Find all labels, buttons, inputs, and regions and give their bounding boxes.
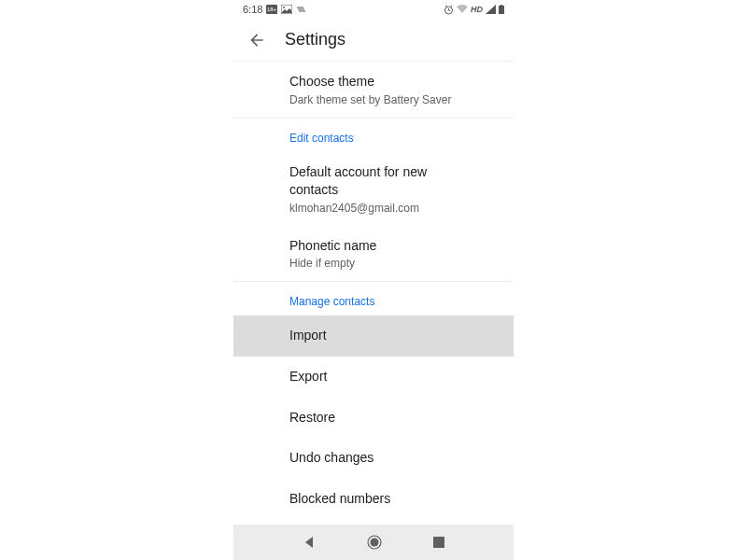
status-time: 6:18 bbox=[243, 4, 262, 15]
notification-icon-2 bbox=[296, 5, 307, 14]
phone-screen: 6:18 18+ HD bbox=[233, 0, 514, 560]
svg-rect-6 bbox=[500, 5, 502, 6]
item-title: Import bbox=[289, 327, 458, 345]
restore-item[interactable]: Restore bbox=[233, 398, 514, 439]
hd-indicator: HD bbox=[471, 5, 483, 14]
status-bar: 6:18 18+ HD bbox=[233, 0, 514, 19]
signal-icon bbox=[486, 5, 496, 14]
item-title: Blocked numbers bbox=[289, 490, 458, 509]
phonetic-name-item[interactable]: Phonetic name Hide if empty bbox=[233, 226, 514, 282]
export-item[interactable]: Export bbox=[233, 357, 514, 398]
svg-point-8 bbox=[371, 539, 379, 547]
item-title: Restore bbox=[289, 409, 458, 427]
item-title: Undo changes bbox=[289, 449, 458, 468]
item-subtitle: Hide if empty bbox=[289, 257, 458, 270]
manage-contacts-header: Manage contacts bbox=[233, 282, 514, 315]
item-title: Export bbox=[289, 368, 458, 386]
svg-rect-9 bbox=[433, 537, 444, 548]
undo-changes-item[interactable]: Undo changes bbox=[233, 438, 514, 479]
wifi-icon bbox=[457, 5, 468, 14]
edit-contacts-header: Edit contacts bbox=[233, 119, 514, 152]
choose-theme-item[interactable]: Choose theme Dark theme set by Battery S… bbox=[233, 62, 514, 118]
nav-back-button[interactable] bbox=[303, 536, 316, 549]
item-subtitle: Dark theme set by Battery Saver bbox=[289, 93, 458, 106]
default-account-item[interactable]: Default account for new contacts klmohan… bbox=[233, 152, 514, 226]
content-area: Choose theme Dark theme set by Battery S… bbox=[233, 62, 514, 525]
back-button[interactable] bbox=[247, 31, 266, 49]
app-header: Settings bbox=[233, 19, 514, 62]
item-title: Default account for new contacts bbox=[289, 163, 458, 200]
item-title: Choose theme bbox=[289, 73, 458, 91]
status-right: HD bbox=[444, 5, 504, 15]
svg-point-3 bbox=[283, 7, 285, 8]
import-item[interactable]: Import bbox=[233, 315, 514, 357]
nav-home-button[interactable] bbox=[367, 535, 382, 550]
svg-text:18+: 18+ bbox=[267, 7, 277, 12]
item-subtitle: klmohan2405@gmail.com bbox=[289, 202, 458, 215]
navigation-bar bbox=[233, 525, 514, 560]
alarm-icon bbox=[444, 5, 454, 15]
blocked-numbers-item[interactable]: Blocked numbers bbox=[233, 479, 514, 520]
status-left: 6:18 18+ bbox=[243, 4, 307, 15]
page-title: Settings bbox=[285, 30, 345, 49]
nav-recents-button[interactable] bbox=[433, 537, 444, 548]
svg-rect-5 bbox=[499, 6, 504, 14]
item-title: Phonetic name bbox=[289, 237, 458, 256]
notification-icon-1: 18+ bbox=[266, 5, 277, 14]
battery-icon bbox=[499, 5, 504, 14]
image-icon bbox=[281, 5, 292, 14]
